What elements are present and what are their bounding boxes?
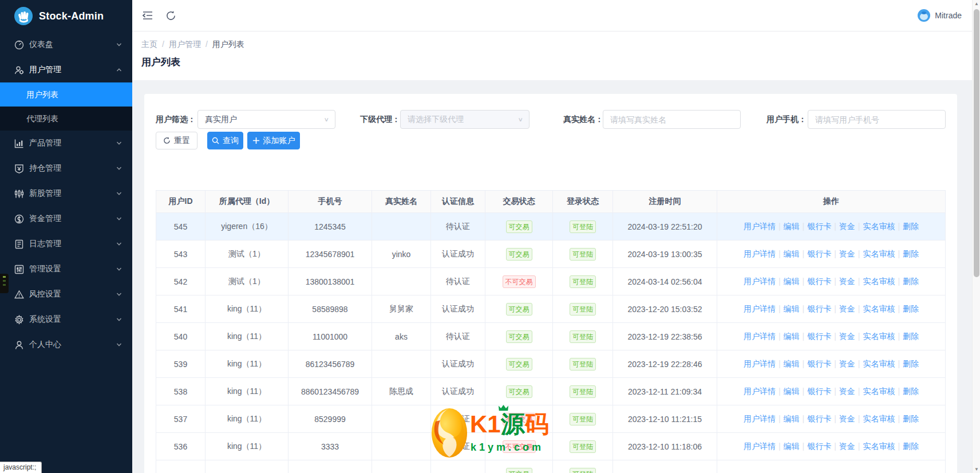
app-logo[interactable]: Stock-Admin (0, 0, 132, 32)
action-5[interactable]: 删除 (903, 332, 919, 341)
action-2[interactable]: 银行卡 (807, 359, 831, 368)
action-4[interactable]: 实名审核 (863, 304, 895, 313)
action-0[interactable]: 用户详情 (744, 249, 776, 258)
action-4[interactable]: 实名审核 (863, 332, 895, 341)
action-4[interactable]: 实名审核 (863, 249, 895, 258)
breadcrumb-user-manage[interactable]: 用户管理 (169, 40, 201, 49)
username[interactable]: Mitrade (935, 11, 962, 20)
action-1[interactable]: 编辑 (784, 277, 800, 286)
cell-agent: king（11） (206, 323, 289, 350)
action-1[interactable]: 编辑 (784, 442, 800, 451)
collapse-sidebar-icon[interactable] (141, 9, 154, 22)
cell-phone: 8529999 (289, 405, 372, 433)
action-5[interactable]: 删除 (903, 277, 919, 286)
action-3[interactable]: 资金 (839, 332, 855, 341)
action-5[interactable]: 删除 (903, 304, 919, 313)
sidebar-item-10[interactable]: 个人中心 (0, 332, 132, 357)
action-1[interactable]: 编辑 (784, 249, 800, 258)
cell-phone: 8860123456789 (289, 378, 372, 405)
action-5[interactable]: 删除 (903, 442, 919, 451)
phone-input[interactable] (815, 115, 938, 124)
scrollbar-thumb[interactable] (974, 9, 979, 277)
action-5[interactable]: 删除 (903, 249, 919, 258)
action-2[interactable]: 银行卡 (807, 304, 831, 313)
action-3[interactable]: 资金 (839, 359, 855, 368)
breadcrumb-home[interactable]: 主页 (141, 40, 157, 49)
action-0[interactable]: 用户详情 (744, 359, 776, 368)
action-5[interactable]: 删除 (903, 359, 919, 368)
action-3[interactable]: 资金 (839, 304, 855, 313)
action-1[interactable]: 编辑 (784, 304, 800, 313)
scrollbar[interactable]: ▲ ▼ (972, 0, 980, 473)
action-4[interactable]: 实名审核 (863, 442, 895, 451)
action-1[interactable]: 编辑 (784, 414, 800, 423)
sidebar-item-5[interactable]: 资金管理 (0, 206, 132, 231)
scroll-up-icon[interactable]: ▲ (973, 1, 980, 6)
action-4[interactable]: 实名审核 (863, 222, 895, 231)
sidebar-item-1[interactable]: 用户管理 (0, 57, 132, 82)
sidebar-item-6[interactable]: 日志管理 (0, 231, 132, 257)
action-0[interactable]: 用户详情 (744, 222, 776, 231)
sidebar-item-4[interactable]: 新股管理 (0, 181, 132, 206)
breadcrumb-user-list: 用户列表 (212, 40, 244, 49)
action-4[interactable]: 实名审核 (863, 277, 895, 286)
action-3[interactable]: 资金 (839, 277, 855, 286)
action-3[interactable]: 资金 (839, 222, 855, 231)
action-3[interactable]: 资金 (839, 414, 855, 423)
action-4[interactable]: 实名审核 (863, 387, 895, 396)
browser-extension-widget[interactable] (0, 274, 9, 293)
action-3[interactable]: 资金 (839, 249, 855, 258)
action-3[interactable]: 资金 (839, 442, 855, 451)
submenu-item-1[interactable]: 代理列表 (0, 107, 132, 131)
action-0[interactable]: 用户详情 (744, 387, 776, 396)
add-account-button[interactable]: 添加账户 (247, 132, 300, 149)
action-2[interactable]: 银行卡 (807, 387, 831, 396)
action-0[interactable]: 用户详情 (744, 304, 776, 313)
action-2[interactable]: 银行卡 (807, 332, 831, 341)
action-5[interactable]: 删除 (903, 387, 919, 396)
action-1[interactable]: 编辑 (784, 359, 800, 368)
sidebar-item-0[interactable]: 仪表盘 (0, 32, 132, 57)
action-3[interactable]: 资金 (839, 387, 855, 396)
sidebar-item-9[interactable]: 系统设置 (0, 307, 132, 332)
refresh-icon[interactable] (164, 9, 177, 22)
agent-select[interactable]: 请选择下级代理 ∨ (400, 110, 529, 129)
reset-button[interactable]: 重置 (156, 132, 197, 149)
action-1[interactable]: 编辑 (784, 387, 800, 396)
action-2[interactable]: 银行卡 (807, 442, 831, 451)
sidebar-item-8[interactable]: 风控设置 (0, 282, 132, 307)
app-logo-icon (14, 6, 33, 26)
action-2[interactable]: 银行卡 (807, 414, 831, 423)
user-filter-select[interactable]: 真实用户 ∨ (197, 110, 335, 129)
action-0[interactable]: 用户详情 (744, 442, 776, 451)
action-2[interactable]: 银行卡 (807, 249, 831, 258)
user-avatar[interactable] (918, 9, 930, 22)
cell-auth: 认证成功 (431, 295, 485, 323)
sidebar-item-3[interactable]: 持仓管理 (0, 156, 132, 181)
action-4[interactable]: 实名审核 (863, 414, 895, 423)
table-row-partial: 可交易 可登陆 (156, 460, 946, 473)
action-1[interactable]: 编辑 (784, 222, 800, 231)
sidebar-item-7[interactable]: 管理设置 (0, 257, 132, 282)
ipo-icon (14, 189, 24, 199)
real-name-input[interactable] (610, 115, 733, 124)
cell-login-status: 可登陆 (553, 295, 613, 323)
cell-agent: king（11） (206, 378, 289, 405)
action-0[interactable]: 用户详情 (744, 332, 776, 341)
search-button[interactable]: 查询 (207, 132, 243, 149)
action-0[interactable]: 用户详情 (744, 414, 776, 423)
status-badge: 可登陆 (570, 385, 596, 398)
scroll-down-icon[interactable]: ▼ (973, 467, 980, 472)
status-badge: 可交易 (506, 220, 532, 233)
action-5[interactable]: 删除 (903, 414, 919, 423)
status-badge: 可交易 (506, 303, 532, 316)
action-1[interactable]: 编辑 (784, 332, 800, 341)
action-2[interactable]: 银行卡 (807, 222, 831, 231)
action-0[interactable]: 用户详情 (744, 277, 776, 286)
submenu-item-0[interactable]: 用户列表 (0, 82, 132, 107)
sidebar-item-2[interactable]: 产品管理 (0, 131, 132, 156)
action-2[interactable]: 银行卡 (807, 277, 831, 286)
action-4[interactable]: 实名审核 (863, 359, 895, 368)
action-5[interactable]: 删除 (903, 222, 919, 231)
breadcrumb: 主页/用户管理/用户列表 (141, 40, 980, 50)
